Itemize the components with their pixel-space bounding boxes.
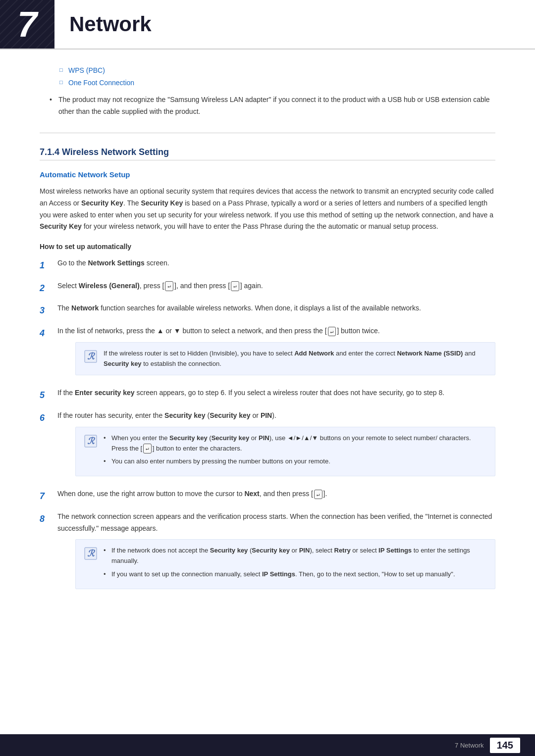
footer-label: 7 Network <box>455 742 484 749</box>
note-content-4: If the wireless router is set to Hidden … <box>104 349 487 369</box>
note-icon-6: ℛ <box>84 434 98 448</box>
steps-list: 1 Go to the Network Settings screen. 2 S… <box>40 257 495 594</box>
enter-key-icon-4: ↵ <box>143 444 152 453</box>
step-4: 4 In the list of networks, press the ▲ o… <box>40 325 495 380</box>
note-bullet-6-2: You can also enter numbers by pressing t… <box>104 456 487 467</box>
enter-key-icon: ↵ <box>165 281 173 291</box>
note-bullet-6-1: When you enter the Security key (Securit… <box>104 433 487 454</box>
page-footer: 7 Network 145 <box>0 734 535 756</box>
section-heading: 7.1.4 Wireless Network Setting <box>40 147 495 160</box>
step-6: 6 If the router has security, enter the … <box>40 410 495 481</box>
footer-page: 145 <box>490 738 520 753</box>
step-content-8: The network connection screen appears an… <box>57 511 495 535</box>
step-content-7: When done, use the right arrow button to… <box>57 488 495 500</box>
note-box-4: ℛ If the wireless router is set to Hidde… <box>75 342 495 376</box>
top-bullets-section: WPS (PBC) One Foot Connection The produc… <box>40 64 495 118</box>
main-bullet-note: The product may not recognize the "Samsu… <box>50 94 495 118</box>
step-2: 2 Select Wireless (General), press [↵], … <box>40 280 495 296</box>
note-bullet-8-2: If you want to set up the connection man… <box>104 569 487 580</box>
step-content-6: If the router has security, enter the Se… <box>57 410 495 422</box>
step-num-5: 5 <box>40 387 57 403</box>
sub-bullet-wps: WPS (PBC) <box>59 64 495 77</box>
chapter-title: Network <box>54 0 152 49</box>
note-icon-8: ℛ <box>84 547 98 560</box>
step-num-6: 6 <box>40 410 57 426</box>
note-bullets-8: If the network does not accept the Secur… <box>104 546 487 579</box>
note-bullet-8-1: If the network does not accept the Secur… <box>104 546 487 566</box>
step-8: 8 The network connection screen appears … <box>40 511 495 594</box>
step-num-3: 3 <box>40 302 57 318</box>
step-5: 5 If the Enter security key screen appea… <box>40 387 495 403</box>
step-content-4: In the list of networks, press the ▲ or … <box>57 325 495 337</box>
note-box-6: ℛ When you enter the Security key (Secur… <box>75 427 495 476</box>
section-7-1-4: 7.1.4 Wireless Network Setting Automatic… <box>40 147 495 594</box>
step-1: 1 Go to the Network Settings screen. <box>40 257 495 273</box>
main-content: WPS (PBC) One Foot Connection The produc… <box>0 64 535 644</box>
step-content-1: Go to the Network Settings screen. <box>57 257 495 269</box>
sub-bullet-onefoot: One Foot Connection <box>59 77 495 89</box>
step-num-1: 1 <box>40 257 57 273</box>
step-num-7: 7 <box>40 488 57 504</box>
note-content-6: When you enter the Security key (Securit… <box>104 433 487 470</box>
sub-bullet-list: WPS (PBC) One Foot Connection <box>40 64 495 89</box>
note-box-8: ℛ If the network does not accept the Sec… <box>75 539 495 589</box>
step-num-8: 8 <box>40 511 57 527</box>
step-7: 7 When done, use the right arrow button … <box>40 488 495 504</box>
chapter-number: 7 <box>0 0 54 49</box>
step-content-2: Select Wireless (General), press [↵], an… <box>57 280 495 292</box>
note-bullets-6: When you enter the Security key (Securit… <box>104 433 487 467</box>
step-3: 3 The Network function searches for avai… <box>40 302 495 318</box>
main-bullet-list: The product may not recognize the "Samsu… <box>40 94 495 118</box>
subsection-heading: Automatic Network Setup <box>40 170 495 179</box>
note-icon-4: ℛ <box>84 350 98 363</box>
enter-key-icon-3: ↵ <box>328 327 336 336</box>
page-header: 7 Network <box>0 0 535 50</box>
enter-key-icon-5: ↵ <box>314 490 322 499</box>
enter-key-icon-2: ↵ <box>231 281 239 291</box>
step-num-4: 4 <box>40 325 57 341</box>
how-to-label: How to set up automatically <box>40 243 495 251</box>
note-content-8: If the network does not accept the Secur… <box>104 546 487 582</box>
section-divider <box>40 133 495 133</box>
step-content-3: The Network function searches for availa… <box>57 302 495 314</box>
body-text: Most wireless networks have an optional … <box>40 186 495 233</box>
step-num-2: 2 <box>40 280 57 296</box>
step-content-5: If the Enter security key screen appears… <box>57 387 495 399</box>
